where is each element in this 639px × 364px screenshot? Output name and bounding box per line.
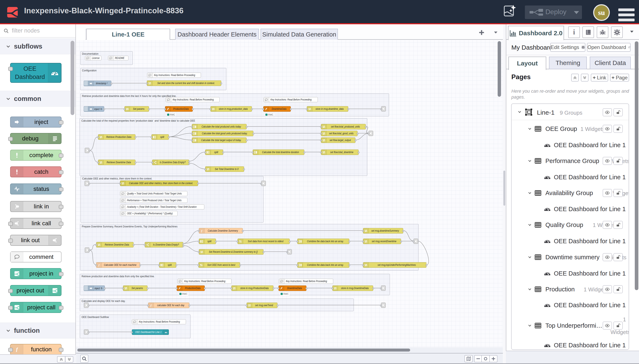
svg-text:f: f	[150, 304, 152, 307]
svg-text:f: f	[201, 229, 202, 232]
svg-text:f: f	[99, 264, 100, 267]
svg-text:f: f	[16, 347, 18, 352]
